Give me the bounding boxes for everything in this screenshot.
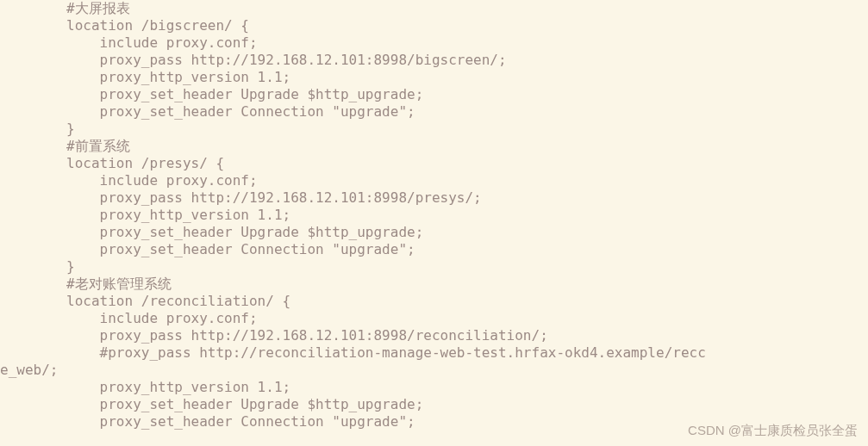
nginx-config-code-block: #大屏报表 location /bigscreen/ { include pro… bbox=[0, 0, 868, 431]
